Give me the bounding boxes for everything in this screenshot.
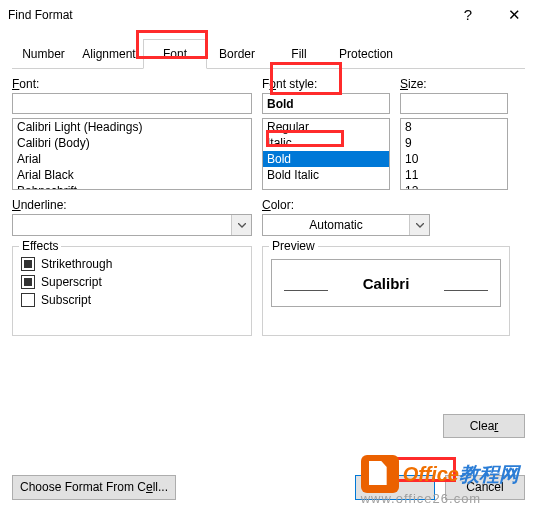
size-label: Size: <box>400 77 508 91</box>
chevron-down-icon[interactable] <box>231 215 251 235</box>
list-item[interactable]: Regular <box>263 119 389 135</box>
list-item[interactable]: Bahnschrift <box>13 183 251 190</box>
checkbox-icon <box>21 275 35 289</box>
tab-fill[interactable]: Fill <box>267 39 331 69</box>
effects-group: Effects Strikethrough Superscript Subscr… <box>12 246 252 336</box>
cancel-button[interactable]: Cancel <box>445 475 525 500</box>
size-input[interactable] <box>400 93 508 114</box>
list-item[interactable]: Calibri Light (Headings) <box>13 119 251 135</box>
preview-group: Preview Calibri <box>262 246 510 336</box>
list-item[interactable]: Arial <box>13 151 251 167</box>
ok-button[interactable] <box>355 475 435 500</box>
checkbox-icon <box>21 293 35 307</box>
list-item[interactable]: Bold Italic <box>263 167 389 183</box>
font-input[interactable] <box>12 93 252 114</box>
font-style-input[interactable] <box>262 93 390 114</box>
dialog-body: Number Alignment Font Border Fill Protec… <box>0 30 537 348</box>
list-item[interactable]: Calibri (Body) <box>13 135 251 151</box>
underline-combo[interactable] <box>12 214 252 236</box>
font-panel: Font: Calibri Light (Headings) Calibri (… <box>12 69 525 336</box>
preview-text: Calibri <box>363 275 410 292</box>
tab-strip: Number Alignment Font Border Fill Protec… <box>12 38 525 69</box>
color-label: Color: <box>262 198 510 212</box>
underline-label: Underline: <box>12 198 252 212</box>
titlebar: Find Format ? ✕ <box>0 0 537 30</box>
list-item[interactable]: 12 <box>401 183 507 190</box>
tab-border[interactable]: Border <box>207 39 267 69</box>
clear-button[interactable]: Clear <box>443 414 525 438</box>
subscript-checkbox[interactable]: Subscript <box>21 293 243 307</box>
choose-format-button[interactable]: Choose Format From Cell... <box>12 475 176 500</box>
list-item[interactable]: Italic <box>263 135 389 151</box>
tab-font[interactable]: Font <box>143 39 207 69</box>
chevron-down-icon[interactable] <box>409 215 429 235</box>
strikethrough-checkbox[interactable]: Strikethrough <box>21 257 243 271</box>
effects-legend: Effects <box>19 239 61 253</box>
close-button[interactable]: ✕ <box>491 0 537 30</box>
preview-legend: Preview <box>269 239 318 253</box>
list-item[interactable]: 10 <box>401 151 507 167</box>
font-style-label: Font style: <box>262 77 390 91</box>
font-style-list[interactable]: Regular Italic Bold Bold Italic <box>262 118 390 190</box>
color-combo[interactable]: Automatic <box>262 214 430 236</box>
font-label: Font: <box>12 77 252 91</box>
tab-alignment[interactable]: Alignment <box>75 39 143 69</box>
preview-sample: Calibri <box>271 259 501 307</box>
checkbox-icon <box>21 257 35 271</box>
superscript-checkbox[interactable]: Superscript <box>21 275 243 289</box>
window-title: Find Format <box>8 8 445 22</box>
list-item[interactable]: Arial Black <box>13 167 251 183</box>
list-item[interactable]: 11 <box>401 167 507 183</box>
font-list[interactable]: Calibri Light (Headings) Calibri (Body) … <box>12 118 252 190</box>
list-item[interactable]: Bold <box>263 151 389 167</box>
list-item[interactable]: 8 <box>401 119 507 135</box>
size-list[interactable]: 8 9 10 11 12 14 <box>400 118 508 190</box>
tab-number[interactable]: Number <box>12 39 75 69</box>
help-button[interactable]: ? <box>445 0 491 30</box>
tab-protection[interactable]: Protection <box>331 39 401 69</box>
list-item[interactable]: 9 <box>401 135 507 151</box>
